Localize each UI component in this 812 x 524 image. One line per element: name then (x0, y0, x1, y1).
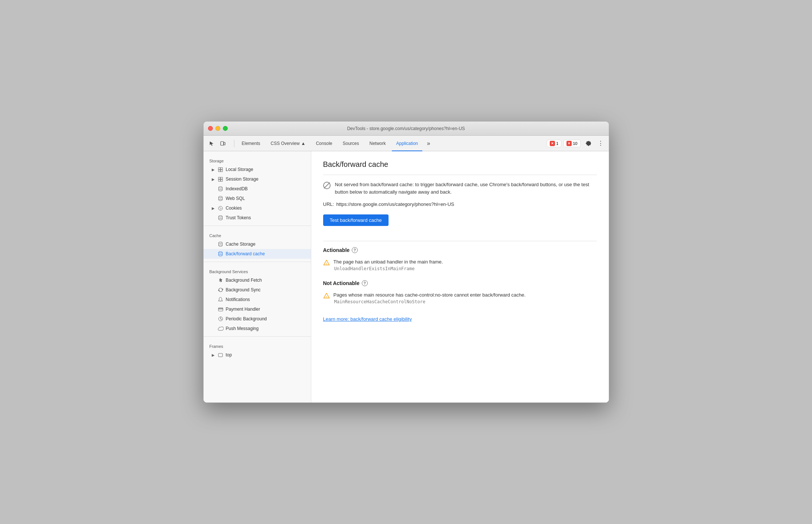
sidebar-item-local-storage[interactable]: ▶ Local Storage (204, 165, 311, 174)
svg-text:!: ! (326, 295, 327, 298)
content-panel: Back/forward cache Not served from back/… (311, 151, 609, 402)
device-icon[interactable] (218, 138, 228, 149)
actionable-warning-item: ! The page has an unload handler in the … (323, 259, 597, 271)
tab-console[interactable]: Console (311, 136, 337, 151)
actionable-warning-text: The page has an unload handler in the ma… (334, 259, 443, 271)
cache-storage-label: Cache Storage (226, 242, 256, 247)
sidebar-scroll[interactable]: Storage ▶ Local Storage ▶ (204, 154, 311, 400)
minimize-button[interactable] (215, 126, 220, 131)
expand-arrow-local-storage: ▶ (211, 167, 215, 172)
maximize-button[interactable] (223, 126, 228, 131)
not-actionable-help-icon[interactable]: ? (362, 280, 368, 286)
sidebar-item-trust-tokens[interactable]: ▶ Trust Tokens (204, 213, 311, 223)
cylinder-icon-indexeddb (218, 186, 224, 192)
toolbar-divider (234, 140, 234, 147)
divider-3 (204, 336, 311, 337)
top-label: top (226, 352, 232, 358)
tab-sources[interactable]: Sources (338, 136, 363, 151)
warning-icon: ✕ (566, 141, 572, 146)
svg-rect-3 (221, 168, 223, 169)
error-count-badge[interactable]: ✕ 1 (547, 140, 561, 147)
divider-1 (204, 226, 311, 226)
warning-count: 10 (573, 141, 577, 146)
payment-handler-label: Payment Handler (226, 307, 260, 312)
more-menu-button[interactable]: ⋮ (595, 138, 606, 149)
actionable-title-text: Actionable (323, 247, 350, 253)
svg-rect-7 (221, 177, 223, 179)
not-actionable-warning-main: Pages whose main resource has cache-cont… (334, 292, 526, 298)
error-count: 1 (556, 141, 558, 146)
not-actionable-title-text: Not Actionable (323, 280, 360, 286)
cloud-icon (218, 326, 224, 331)
backforward-cache-label: Back/forward cache (226, 251, 265, 256)
svg-point-10 (219, 187, 223, 188)
sidebar-item-cookies[interactable]: ▶ Cookies (204, 203, 311, 213)
actionable-warning-code: UnloadHandlerExistsInMainFrame (334, 266, 443, 271)
tab-application[interactable]: Application (392, 136, 423, 151)
expand-arrow-top: ▶ (211, 353, 215, 357)
web-sql-label: Web SQL (226, 196, 245, 201)
background-fetch-label: Background Fetch (226, 278, 262, 283)
svg-rect-9 (221, 179, 223, 181)
storage-section-header: Storage (204, 154, 311, 165)
top-divider (323, 175, 597, 175)
close-button[interactable] (208, 126, 213, 131)
tab-network[interactable]: Network (365, 136, 390, 151)
bg-services-header: Background Services (204, 265, 311, 275)
svg-point-25 (219, 219, 223, 220)
grid-icon-session-storage (218, 176, 224, 182)
cylinder-icon-trust-tokens (218, 215, 224, 221)
svg-line-38 (221, 319, 222, 320)
tab-css-overview[interactable]: CSS Overview ▲ (266, 136, 310, 151)
tab-elements[interactable]: Elements (237, 136, 265, 151)
svg-point-30 (219, 252, 223, 253)
sidebar-item-top[interactable]: ▶ top (204, 350, 311, 360)
cursor-icon[interactable] (207, 138, 217, 149)
sidebar-item-backforward-cache[interactable]: ▶ Back/forward cache (204, 249, 311, 259)
not-actionable-warning-item: ! Pages whose main resource has cache-co… (323, 292, 597, 304)
svg-point-14 (219, 196, 223, 198)
cookie-icon (218, 205, 224, 211)
svg-rect-8 (218, 179, 220, 181)
cylinder-icon-backforward (218, 251, 224, 257)
more-tabs[interactable]: » (424, 136, 433, 151)
learn-more-link[interactable]: Learn more: back/forward cache eligibili… (323, 316, 412, 322)
main-content: Storage ▶ Local Storage ▶ (204, 151, 609, 402)
push-messaging-label: Push Messaging (226, 326, 259, 331)
svg-rect-4 (218, 170, 220, 172)
notifications-label: Notifications (226, 297, 250, 302)
expand-arrow-session-storage: ▶ (211, 177, 215, 181)
cylinder-icon-cache-storage (218, 241, 224, 247)
svg-point-17 (219, 199, 223, 201)
sidebar-item-indexeddb[interactable]: ▶ IndexedDB (204, 184, 311, 194)
sidebar: Storage ▶ Local Storage ▶ (204, 151, 311, 402)
indexeddb-label: IndexedDB (226, 186, 248, 191)
sidebar-item-push-messaging[interactable]: ▶ Push Messaging (204, 324, 311, 333)
sidebar-item-session-storage[interactable]: ▶ Session Storage (204, 174, 311, 184)
test-cache-button[interactable]: Test back/forward cache (323, 214, 389, 226)
blocked-icon (323, 182, 331, 189)
frame-icon (218, 352, 224, 358)
svg-rect-39 (218, 353, 223, 357)
devtools-window: DevTools - store.google.com/us/category/… (203, 121, 609, 403)
grid-icon-local-storage (218, 166, 224, 172)
settings-button[interactable] (583, 138, 593, 149)
svg-rect-2 (218, 168, 220, 169)
actionable-help-icon[interactable]: ? (352, 247, 358, 253)
svg-point-33 (219, 255, 223, 256)
sidebar-item-notifications[interactable]: ▶ Notifications (204, 295, 311, 304)
info-box: Not served from back/forward cache: to t… (323, 181, 597, 195)
clock-icon (218, 316, 224, 322)
sidebar-item-background-fetch[interactable]: ▶ Background Fetch (204, 275, 311, 285)
sidebar-item-cache-storage[interactable]: ▶ Cache Storage (204, 239, 311, 249)
local-storage-label: Local Storage (226, 167, 253, 172)
warning-count-badge[interactable]: ✕ 10 (563, 140, 580, 147)
mid-divider (323, 241, 597, 241)
sync-icon (218, 287, 224, 293)
sidebar-item-periodic-background[interactable]: ▶ Periodic Background (204, 314, 311, 324)
sidebar-item-background-sync[interactable]: ▶ Background Sync (204, 285, 311, 295)
warning-triangle-icon-2: ! (323, 292, 330, 299)
sidebar-item-web-sql[interactable]: ▶ Web SQL (204, 194, 311, 203)
frames-section-header: Frames (204, 340, 311, 350)
sidebar-item-payment-handler[interactable]: ▶ Payment Handler (204, 304, 311, 314)
